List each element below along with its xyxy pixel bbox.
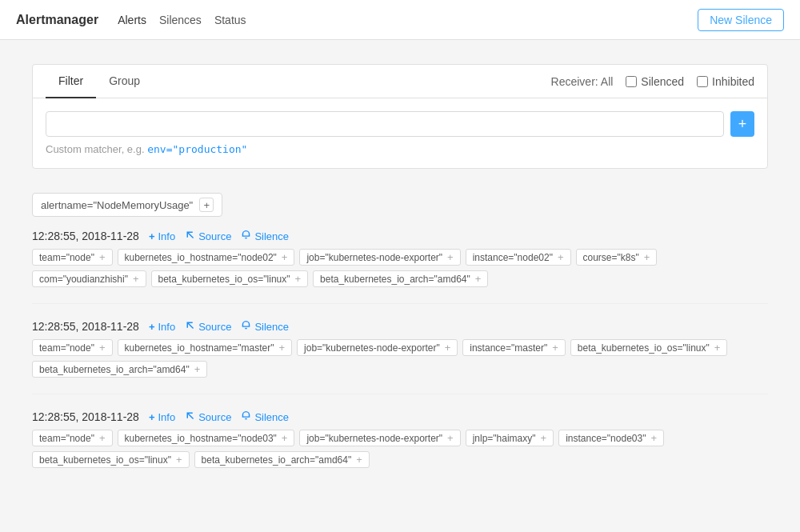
info-icon: + <box>149 230 155 242</box>
tag: course="k8s"+ <box>576 249 658 266</box>
alert-action-info[interactable]: +Info <box>149 321 175 333</box>
tag-add-button[interactable]: + <box>278 342 285 354</box>
filter-input[interactable] <box>46 111 724 137</box>
filter-hint-code: env="production" <box>147 143 247 155</box>
new-silence-button[interactable]: New Silence <box>698 9 784 31</box>
nav-status[interactable]: Status <box>214 10 246 30</box>
svg-line-4 <box>187 413 193 418</box>
tag-add-button[interactable]: + <box>447 251 454 263</box>
silence-icon <box>241 410 251 423</box>
tag-add-button[interactable]: + <box>176 454 182 466</box>
tag-add-button[interactable]: + <box>295 273 302 285</box>
tag: job="kubernetes-node-exporter"+ <box>297 339 458 356</box>
source-label: Source <box>198 321 231 333</box>
tag: instance="node03"+ <box>558 430 664 446</box>
info-label: Info <box>158 321 175 333</box>
tags-row: team="node"+kubernetes_io_hostname="node… <box>32 249 768 287</box>
alert-header: 12:28:55, 2018-11-28+InfoSourceSilence <box>32 410 768 423</box>
navbar-brand: Alertmanager <box>16 13 98 27</box>
nav-alerts[interactable]: Alerts <box>118 10 146 30</box>
tag-add-button[interactable]: + <box>650 432 657 444</box>
tag-add-button[interactable]: + <box>133 273 139 285</box>
source-label: Source <box>198 411 231 423</box>
tag-add-button[interactable]: + <box>644 251 650 263</box>
source-icon <box>185 320 195 333</box>
alert-action-info[interactable]: +Info <box>149 230 175 242</box>
filter-input-row: + <box>46 111 754 137</box>
silence-label: Silence <box>254 411 289 423</box>
info-label: Info <box>158 411 175 423</box>
tag-add-button[interactable]: + <box>282 251 288 263</box>
tags-row: team="node"+kubernetes_io_hostname="mast… <box>32 339 768 378</box>
navbar: Alertmanager Alerts Silences Status New … <box>0 0 800 40</box>
tag-add-button[interactable]: + <box>447 432 454 444</box>
tag: team="node"+ <box>32 430 113 446</box>
alert-action-info[interactable]: +Info <box>149 411 175 423</box>
tag-add-button[interactable]: + <box>445 342 451 354</box>
tag-add-button[interactable]: + <box>99 432 106 444</box>
tag: jnlp="haimaxy"+ <box>466 430 554 446</box>
source-label: Source <box>198 230 231 242</box>
group-add-button[interactable]: + <box>199 198 214 212</box>
tag-add-button[interactable]: + <box>552 342 558 354</box>
inhibited-checkbox[interactable] <box>697 76 708 87</box>
tag: team="node"+ <box>32 339 113 356</box>
filter-tabs: Filter Group Receiver: All Silenced Inhi… <box>33 65 767 98</box>
tag-add-button[interactable]: + <box>282 432 288 444</box>
alert-group: alertname="NodeMemoryUsage" + 12:28:55, … <box>32 193 768 468</box>
alert-action-silence[interactable]: Silence <box>241 230 289 242</box>
inhibited-label: Inhibited <box>712 75 754 88</box>
silence-icon <box>241 320 251 333</box>
silence-label: Silence <box>254 230 289 242</box>
alert-action-source[interactable]: Source <box>185 320 231 333</box>
group-label-text: alertname="NodeMemoryUsage" <box>41 199 193 211</box>
filter-body: + Custom matcher, e.g. env="production" <box>33 98 767 168</box>
tags-row: team="node"+kubernetes_io_hostname="node… <box>32 430 768 468</box>
filter-hint: Custom matcher, e.g. env="production" <box>46 143 754 155</box>
info-icon: + <box>149 411 155 423</box>
tab-filter[interactable]: Filter <box>46 65 96 98</box>
nav-silences[interactable]: Silences <box>159 10 202 30</box>
silenced-checkbox[interactable] <box>626 76 637 87</box>
tag-add-button[interactable]: + <box>356 454 362 466</box>
alert-divider <box>32 394 768 394</box>
alert-timestamp: 12:28:55, 2018-11-28 <box>32 320 139 333</box>
alert-action-source[interactable]: Source <box>185 410 231 423</box>
tag-add-button[interactable]: + <box>99 251 106 263</box>
tag: kubernetes_io_hostname="master"+ <box>118 339 293 356</box>
alert-timestamp: 12:28:55, 2018-11-28 <box>32 410 139 423</box>
add-filter-button[interactable]: + <box>730 111 754 137</box>
tag: beta_kubernetes_io_os="linux"+ <box>151 270 309 287</box>
tag: beta_kubernetes_io_arch="amd64"+ <box>32 361 207 378</box>
tag: beta_kubernetes_io_arch="amd64"+ <box>194 451 370 468</box>
tag: job="kubernetes-node-exporter"+ <box>299 430 460 446</box>
svg-line-2 <box>187 322 193 328</box>
tag-add-button[interactable]: + <box>99 342 106 354</box>
filter-panel: Filter Group Receiver: All Silenced Inhi… <box>32 64 768 169</box>
alert-header: 12:28:55, 2018-11-28+InfoSourceSilence <box>32 320 768 333</box>
alerts-container: 12:28:55, 2018-11-28+InfoSourceSilencete… <box>32 230 768 468</box>
tag-add-button[interactable]: + <box>558 251 564 263</box>
alert-action-silence[interactable]: Silence <box>241 410 289 423</box>
alert-item: 12:28:55, 2018-11-28+InfoSourceSilencete… <box>32 230 768 304</box>
tag-add-button[interactable]: + <box>714 342 721 354</box>
tag: beta_kubernetes_io_os="linux"+ <box>570 339 728 356</box>
alert-action-source[interactable]: Source <box>185 230 231 242</box>
tag-add-button[interactable]: + <box>194 363 201 375</box>
alert-timestamp: 12:28:55, 2018-11-28 <box>32 230 139 242</box>
tag-add-button[interactable]: + <box>541 432 547 444</box>
silence-label: Silence <box>254 321 289 333</box>
svg-line-0 <box>187 232 193 238</box>
group-label: alertname="NodeMemoryUsage" + <box>32 193 222 217</box>
tag: kubernetes_io_hostname="node03"+ <box>118 430 295 446</box>
tab-group[interactable]: Group <box>96 65 153 98</box>
silenced-label: Silenced <box>641 75 684 88</box>
tag: instance="master"+ <box>462 339 566 356</box>
info-label: Info <box>158 230 175 242</box>
filter-right: Receiver: All Silenced Inhibited <box>551 75 754 88</box>
alert-action-silence[interactable]: Silence <box>241 320 289 333</box>
alert-item: 12:28:55, 2018-11-28+InfoSourceSilencete… <box>32 410 768 468</box>
inhibited-checkbox-item: Inhibited <box>697 75 754 88</box>
tag-add-button[interactable]: + <box>475 273 482 285</box>
alert-item: 12:28:55, 2018-11-28+InfoSourceSilencete… <box>32 320 768 394</box>
